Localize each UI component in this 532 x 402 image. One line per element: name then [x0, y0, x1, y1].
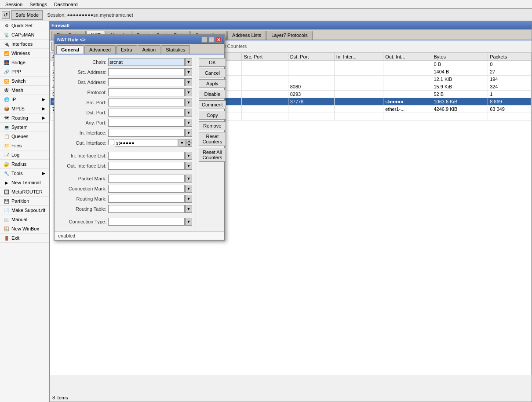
connection-mark-row: Connection Mark: ▼	[58, 185, 192, 193]
sidebar-item-switch[interactable]: 🔀 Switch	[0, 77, 49, 86]
sidebar-item-quick-set[interactable]: ⚙ Quick Set	[0, 21, 49, 30]
routing-mark-input[interactable]	[108, 195, 185, 203]
any-port-input[interactable]	[108, 119, 185, 127]
dst-port-dropdown[interactable]: ▼	[185, 109, 192, 117]
sidebar-item-ip[interactable]: 🌐 IP ▶	[0, 95, 49, 104]
minimize-button[interactable]: _	[201, 37, 208, 43]
tab-layer7[interactable]: Layer7 Protocols	[266, 31, 313, 40]
menu-settings[interactable]: Settings	[26, 1, 51, 8]
src-address-dropdown[interactable]: ▼	[185, 68, 192, 76]
menu-session[interactable]: Session	[2, 1, 26, 8]
out-interface-input[interactable]	[115, 139, 178, 147]
sidebar-item-capsman[interactable]: 📡 CAPsMAN	[0, 30, 49, 40]
sidebar-item-bridge[interactable]: 🌉 Bridge	[0, 58, 49, 67]
chain-input[interactable]	[108, 58, 185, 66]
out-interface-checkbox[interactable]	[108, 139, 114, 145]
reset-all-counters-button[interactable]: Reset All Counters	[199, 148, 226, 162]
sidebar-item-manual[interactable]: 📖 Manual	[0, 215, 49, 224]
sidebar-item-new-terminal[interactable]: ▶ New Terminal	[0, 178, 49, 187]
sidebar-item-ppp[interactable]: 🔗 PPP	[0, 67, 49, 77]
out-interface-dropdown[interactable]: ▼	[179, 139, 186, 147]
any-port-dropdown[interactable]: ▼	[185, 119, 192, 127]
sidebar-item-wireless[interactable]: 📶 Wireless	[0, 49, 49, 58]
comment-button[interactable]: Comment	[199, 100, 226, 109]
disable-button[interactable]: Disable	[199, 90, 226, 99]
routing-mark-dropdown[interactable]: ▼	[185, 195, 192, 203]
dst-address-input[interactable]	[108, 78, 185, 86]
connection-type-input[interactable]	[108, 218, 185, 226]
wireless-icon: 📶	[4, 50, 10, 56]
sidebar-item-radius[interactable]: 🔐 Radius	[0, 160, 49, 169]
sidebar-item-tools[interactable]: 🔧 Tools ▶	[0, 169, 49, 178]
connection-mark-dropdown[interactable]: ▼	[185, 185, 192, 193]
close-button[interactable]: ✕	[215, 37, 222, 43]
apply-button[interactable]: Apply	[199, 79, 226, 88]
menu-dashboard[interactable]: Dashboard	[51, 1, 81, 8]
dst-address-dropdown[interactable]: ▼	[185, 78, 192, 86]
sidebar-item-routing[interactable]: 🗺 Routing ▶	[0, 113, 49, 123]
dst-port-input[interactable]	[108, 109, 185, 117]
tools-icon: 🔧	[4, 170, 10, 176]
nat-dialog-title: NAT Rule <>	[57, 37, 86, 42]
in-interface-list-dropdown[interactable]: ▼	[185, 152, 192, 160]
sidebar-item-mpls[interactable]: 📦 MPLS ▶	[0, 104, 49, 113]
sidebar-item-system[interactable]: 💻 System	[0, 123, 49, 132]
out-interface-list-input[interactable]	[108, 162, 185, 170]
routing-mark-wrap: ▼	[108, 195, 192, 203]
packet-mark-row: Packet Mark: ▼	[58, 175, 192, 183]
sidebar-item-queues[interactable]: 📋 Queues	[0, 132, 49, 141]
out-interface-list-dropdown[interactable]: ▼	[185, 162, 192, 170]
sidebar-item-mesh[interactable]: 🕸 Mesh	[0, 86, 49, 95]
protocol-dropdown[interactable]: ▼	[185, 88, 192, 96]
sidebar-label-system: System	[11, 124, 28, 130]
in-interface-list-input[interactable]	[108, 152, 185, 160]
maximize-button[interactable]: □	[208, 37, 215, 43]
protocol-input[interactable]	[108, 88, 185, 96]
tab-advanced[interactable]: Advanced	[84, 45, 116, 54]
src-address-row: Src. Address: ▼	[58, 68, 192, 76]
connection-mark-input[interactable]	[108, 185, 185, 193]
src-address-input[interactable]	[108, 68, 185, 76]
packet-mark-input[interactable]	[108, 175, 185, 183]
routing-table-input[interactable]	[108, 205, 185, 213]
sidebar-item-metarouter[interactable]: 🔲 MetaROUTER	[0, 187, 49, 197]
tools-arrow: ▶	[42, 171, 45, 175]
tab-statistics[interactable]: Statistics	[161, 45, 190, 54]
col-bytes: Bytes	[432, 53, 488, 61]
ok-button[interactable]: OK	[199, 58, 226, 67]
src-port-dropdown[interactable]: ▼	[185, 99, 192, 106]
out-arrow-down[interactable]: ▼	[186, 143, 192, 147]
packet-mark-label: Packet Mark:	[58, 176, 106, 181]
in-interface-dropdown[interactable]: ▼	[185, 129, 192, 137]
cancel-button[interactable]: Cancel	[199, 69, 226, 77]
src-port-input[interactable]	[108, 99, 185, 106]
connection-type-dropdown[interactable]: ▼	[185, 218, 192, 226]
packet-mark-dropdown[interactable]: ▼	[185, 175, 192, 183]
routing-table-dropdown[interactable]: ▼	[185, 205, 192, 213]
connection-mark-label: Connection Mark:	[58, 186, 106, 191]
tab-extra[interactable]: Extra	[116, 45, 137, 54]
sidebar-item-files[interactable]: 📁 Files	[0, 141, 49, 150]
in-interface-input[interactable]	[108, 129, 185, 137]
sidebar-item-make-supout[interactable]: 📄 Make Supout.rif	[0, 206, 49, 215]
tab-address-lists[interactable]: Address Lists	[227, 31, 266, 40]
sidebar-item-interfaces[interactable]: 🔌 Interfaces	[0, 40, 49, 49]
out-interface-list-wrap: ▼	[108, 162, 192, 170]
out-arrow-up[interactable]: ▲	[186, 139, 192, 143]
sidebar-label-switch: Switch	[11, 78, 26, 84]
remove-button[interactable]: Remove	[199, 121, 226, 130]
copy-button[interactable]: Copy	[199, 111, 226, 120]
routing-table-label: Routing Table:	[58, 206, 106, 212]
chain-dropdown-btn[interactable]: ▼	[185, 58, 192, 66]
dialog-body: Chain: ▼ Src. Address: ▼	[55, 55, 224, 231]
sidebar-label-new-winbox: New WinBox	[11, 226, 39, 231]
safe-mode-button[interactable]: Safe Mode	[11, 10, 43, 20]
any-port-row: Any. Port: ▼	[58, 119, 192, 127]
sidebar-item-partition[interactable]: 💾 Partition	[0, 197, 49, 206]
tab-general[interactable]: General	[56, 45, 84, 54]
sidebar-item-log[interactable]: 📝 Log	[0, 150, 49, 160]
tab-action[interactable]: Action	[138, 45, 161, 54]
reset-counters-button[interactable]: Reset Counters	[199, 132, 226, 146]
sidebar-item-exit[interactable]: 🚪 Exit	[0, 234, 49, 243]
sidebar-item-new-winbox[interactable]: 🪟 New WinBox	[0, 224, 49, 234]
